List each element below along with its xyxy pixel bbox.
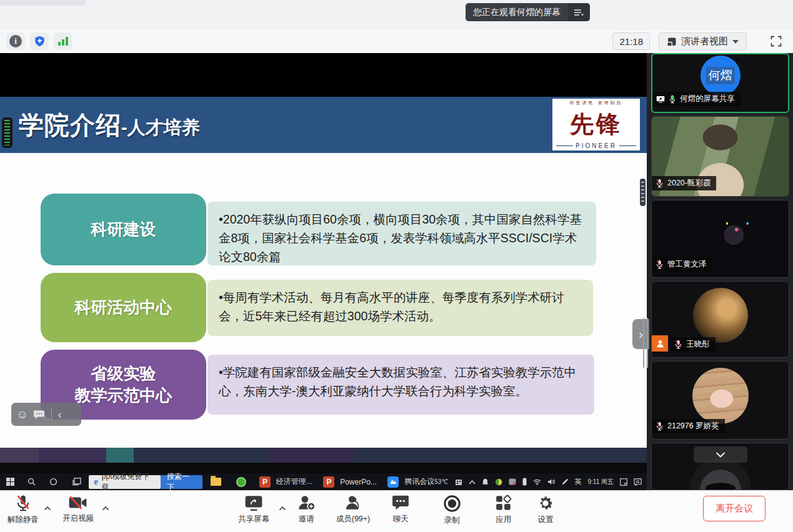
powerpoint-icon: P: [259, 476, 271, 488]
participant-tile-sharer[interactable]: 何熠 何熠的屏幕共享: [651, 53, 789, 113]
video-options-caret[interactable]: [102, 502, 109, 513]
cortana-button[interactable]: [42, 473, 64, 490]
participants-sidebar: 何熠 何熠的屏幕共享: [647, 53, 793, 490]
mic-muted-icon: [674, 340, 682, 349]
start-button[interactable]: [0, 473, 21, 490]
pen-icon[interactable]: [561, 478, 569, 486]
mic-muted-icon: [656, 260, 664, 269]
wifi-icon[interactable]: [533, 479, 541, 485]
sidebar-scrollbar[interactable]: [640, 179, 646, 206]
participant-tile[interactable]: 2020-甄彩霞: [651, 116, 789, 197]
info-icon: i: [9, 35, 22, 47]
powerpoint-task-1[interactable]: P: [257, 473, 272, 490]
invite-button[interactable]: 邀请: [289, 495, 324, 525]
participant-tile[interactable]: [651, 443, 789, 490]
sidebar-drag-handle[interactable]: [643, 318, 648, 368]
search-icon: [27, 478, 36, 486]
view-mode-button[interactable]: 演讲者视图: [659, 32, 747, 51]
record-icon: [443, 495, 461, 513]
slide-footer-black: [0, 463, 647, 473]
leave-meeting-button[interactable]: 离开会议: [703, 496, 766, 521]
powerpoint-task-1-label[interactable]: 经济管理...: [276, 476, 312, 487]
hand-raise-badge: [652, 335, 668, 352]
view-mode-label: 演讲者视图: [681, 36, 728, 47]
task-view-button[interactable]: [64, 473, 89, 490]
chevron-down-icon: [732, 40, 739, 44]
security-button[interactable]: [30, 32, 49, 50]
browser-360-button[interactable]: [229, 473, 254, 490]
slide-title-banner: 学院介绍-人才培养: [0, 97, 647, 153]
chat-button[interactable]: 聊天: [383, 495, 418, 525]
chat-bubble-icon[interactable]: [34, 410, 46, 420]
apps-button[interactable]: 应用: [486, 495, 521, 525]
avatar: 何熠: [701, 56, 741, 96]
screen-share-icon: [656, 96, 665, 103]
share-screen-icon: [244, 495, 263, 511]
meeting-app-window: { "viewer_banner": { "text": "您正在观看何熠的屏幕…: [0, 0, 793, 532]
fullscreen-button[interactable]: [768, 34, 784, 49]
antivirus-icon[interactable]: [495, 478, 502, 486]
members-button[interactable]: 成员(99+): [329, 495, 377, 525]
smiley-icon[interactable]: ☺: [16, 408, 28, 420]
tencent-meeting-task[interactable]: [386, 473, 401, 490]
screenshot-tool-icon[interactable]: [509, 478, 516, 485]
reaction-overlay: ☺ ‹: [11, 403, 81, 426]
powerpoint-task-2[interactable]: P: [321, 473, 337, 490]
taskbar-search-button[interactable]: [21, 473, 42, 490]
participant-label: 212976 罗娇英: [652, 419, 725, 433]
mic-muted-icon: [15, 495, 31, 512]
slide-footer-strip: [0, 448, 647, 463]
participant-label: 王晓彤: [671, 337, 716, 352]
folder-icon: [211, 478, 221, 486]
meeting-toolbar: i 21:18 演讲者视图: [0, 30, 793, 54]
weather-temp[interactable]: 53℃: [434, 478, 448, 485]
search-go-button[interactable]: 搜索一下: [161, 475, 202, 489]
apps-grid-icon: [495, 495, 512, 512]
participant-tile[interactable]: 王晓彤: [651, 281, 789, 358]
mic-on-icon: [669, 95, 676, 104]
weather-icon: [455, 478, 462, 486]
input-language-indicator[interactable]: 英: [575, 477, 582, 486]
browser-search-tab[interactable]: e ppt模板免费下载: [89, 475, 161, 489]
powerpoint-task-2-label[interactable]: PowerPo...: [340, 478, 377, 486]
tencent-meeting-task-label[interactable]: 腾讯会议: [404, 476, 434, 487]
taskbar-clock[interactable]: 9:11 周五: [588, 478, 614, 486]
bell-icon[interactable]: [482, 478, 489, 486]
hamburger-caret-icon: [574, 8, 584, 17]
start-video-button[interactable]: 开启视频: [59, 495, 97, 524]
participant-tile[interactable]: 212976 罗娇英: [651, 361, 789, 440]
divider: [51, 408, 52, 421]
network-status-button[interactable]: [54, 32, 72, 50]
share-screen-button[interactable]: 共享屏幕: [232, 495, 276, 525]
shield-plus-icon: [34, 35, 46, 47]
meeting-info-button[interactable]: i: [6, 32, 25, 50]
windows-taskbar: e ppt模板免费下载 搜索一下 P 经济管理... P PowerPo... …: [0, 473, 647, 490]
unmute-button[interactable]: 解除静音: [5, 495, 41, 525]
speaker-icon[interactable]: [547, 478, 555, 485]
chevron-up-icon[interactable]: [469, 480, 476, 485]
viewer-banner-menu-button[interactable]: [568, 3, 590, 21]
audio-options-caret[interactable]: [44, 502, 51, 513]
chevron-left-icon[interactable]: ‹: [57, 409, 61, 420]
person-icon: [656, 339, 665, 348]
avatar: [692, 368, 749, 424]
notification-center-icon[interactable]: [634, 478, 642, 486]
slide-row-label: 科研建设: [41, 194, 206, 265]
green-browser-icon: [236, 477, 246, 487]
sticky-note-icon[interactable]: [620, 478, 627, 486]
chevron-down-icon: [716, 452, 726, 458]
top-strip: 您正在观看何熠的屏幕: [0, 0, 793, 30]
cortana-icon: [49, 478, 57, 486]
system-tray: 53℃ 英 9:11 周五: [434, 477, 647, 486]
signal-bars-icon: [57, 36, 69, 46]
settings-button[interactable]: 设置: [528, 495, 563, 525]
slide-title: 学院介绍-人才培养: [19, 108, 200, 142]
record-button[interactable]: 录制: [434, 495, 469, 526]
participant-tile[interactable]: 管工黄文泽: [651, 200, 789, 278]
file-explorer-button[interactable]: [202, 473, 229, 490]
phone-icon[interactable]: [522, 478, 527, 486]
shared-screen-area: 学院介绍-人才培养 经世济民 管理制胜 先锋 PIONEER 科研建设 •202…: [0, 53, 647, 490]
camera-off-icon: [68, 495, 88, 511]
scroll-more-button[interactable]: [694, 446, 747, 463]
share-options-caret[interactable]: [279, 502, 286, 513]
